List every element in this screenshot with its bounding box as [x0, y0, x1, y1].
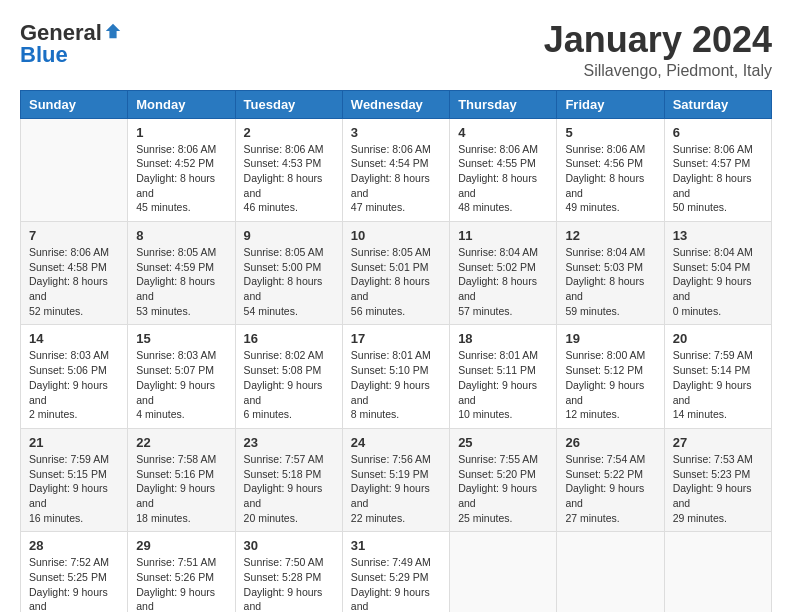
- day-number: 31: [351, 538, 441, 553]
- day-number: 24: [351, 435, 441, 450]
- day-number: 18: [458, 331, 548, 346]
- sunrise-time: Sunrise: 7:55 AM: [458, 453, 538, 465]
- day-info: Sunrise: 8:01 AMSunset: 5:11 PMDaylight:…: [458, 348, 548, 421]
- sunrise-time: Sunrise: 7:52 AM: [29, 556, 109, 568]
- day-info: Sunrise: 8:05 AMSunset: 5:01 PMDaylight:…: [351, 245, 441, 318]
- table-row: [557, 532, 664, 612]
- sunrise-time: Sunrise: 8:06 AM: [673, 143, 753, 155]
- sunrise-time: Sunrise: 8:04 AM: [673, 246, 753, 258]
- day-info: Sunrise: 8:05 AMSunset: 5:00 PMDaylight:…: [244, 245, 334, 318]
- sunrise-time: Sunrise: 8:06 AM: [458, 143, 538, 155]
- day-info: Sunrise: 7:49 AMSunset: 5:29 PMDaylight:…: [351, 555, 441, 612]
- sunset-time: Sunset: 4:52 PM: [136, 157, 214, 169]
- calendar-week-5: 28Sunrise: 7:52 AMSunset: 5:25 PMDayligh…: [21, 532, 772, 612]
- day-number: 27: [673, 435, 763, 450]
- day-info: Sunrise: 7:54 AMSunset: 5:22 PMDaylight:…: [565, 452, 655, 525]
- sunrise-time: Sunrise: 7:57 AM: [244, 453, 324, 465]
- day-info: Sunrise: 8:06 AMSunset: 4:58 PMDaylight:…: [29, 245, 119, 318]
- day-number: 4: [458, 125, 548, 140]
- day-number: 16: [244, 331, 334, 346]
- day-number: 10: [351, 228, 441, 243]
- table-row: 24Sunrise: 7:56 AMSunset: 5:19 PMDayligh…: [342, 428, 449, 531]
- sunset-time: Sunset: 5:28 PM: [244, 571, 322, 583]
- day-info: Sunrise: 8:04 AMSunset: 5:02 PMDaylight:…: [458, 245, 548, 318]
- day-info: Sunrise: 7:56 AMSunset: 5:19 PMDaylight:…: [351, 452, 441, 525]
- sunset-time: Sunset: 5:14 PM: [673, 364, 751, 376]
- sunset-time: Sunset: 4:55 PM: [458, 157, 536, 169]
- sunrise-time: Sunrise: 7:53 AM: [673, 453, 753, 465]
- sunset-time: Sunset: 4:57 PM: [673, 157, 751, 169]
- table-row: [21, 118, 128, 221]
- sunset-time: Sunset: 5:01 PM: [351, 261, 429, 273]
- day-number: 20: [673, 331, 763, 346]
- table-row: [450, 532, 557, 612]
- sunset-time: Sunset: 5:04 PM: [673, 261, 751, 273]
- table-row: 27Sunrise: 7:53 AMSunset: 5:23 PMDayligh…: [664, 428, 771, 531]
- day-info: Sunrise: 7:53 AMSunset: 5:23 PMDaylight:…: [673, 452, 763, 525]
- table-row: 16Sunrise: 8:02 AMSunset: 5:08 PMDayligh…: [235, 325, 342, 428]
- day-info: Sunrise: 7:58 AMSunset: 5:16 PMDaylight:…: [136, 452, 226, 525]
- sunrise-time: Sunrise: 8:05 AM: [244, 246, 324, 258]
- day-info: Sunrise: 7:59 AMSunset: 5:15 PMDaylight:…: [29, 452, 119, 525]
- sunrise-time: Sunrise: 8:03 AM: [136, 349, 216, 361]
- day-number: 14: [29, 331, 119, 346]
- day-number: 30: [244, 538, 334, 553]
- sunrise-time: Sunrise: 8:06 AM: [565, 143, 645, 155]
- sunrise-time: Sunrise: 8:05 AM: [136, 246, 216, 258]
- col-monday: Monday: [128, 90, 235, 118]
- table-row: 10Sunrise: 8:05 AMSunset: 5:01 PMDayligh…: [342, 222, 449, 325]
- sunrise-time: Sunrise: 7:59 AM: [673, 349, 753, 361]
- col-saturday: Saturday: [664, 90, 771, 118]
- table-row: 30Sunrise: 7:50 AMSunset: 5:28 PMDayligh…: [235, 532, 342, 612]
- day-number: 5: [565, 125, 655, 140]
- sunrise-time: Sunrise: 7:51 AM: [136, 556, 216, 568]
- day-info: Sunrise: 8:06 AMSunset: 4:57 PMDaylight:…: [673, 142, 763, 215]
- sunset-time: Sunset: 5:20 PM: [458, 468, 536, 480]
- day-number: 21: [29, 435, 119, 450]
- col-wednesday: Wednesday: [342, 90, 449, 118]
- table-row: 26Sunrise: 7:54 AMSunset: 5:22 PMDayligh…: [557, 428, 664, 531]
- table-row: 4Sunrise: 8:06 AMSunset: 4:55 PMDaylight…: [450, 118, 557, 221]
- day-info: Sunrise: 8:01 AMSunset: 5:10 PMDaylight:…: [351, 348, 441, 421]
- table-row: 7Sunrise: 8:06 AMSunset: 4:58 PMDaylight…: [21, 222, 128, 325]
- day-info: Sunrise: 8:02 AMSunset: 5:08 PMDaylight:…: [244, 348, 334, 421]
- calendar-week-4: 21Sunrise: 7:59 AMSunset: 5:15 PMDayligh…: [21, 428, 772, 531]
- table-row: 17Sunrise: 8:01 AMSunset: 5:10 PMDayligh…: [342, 325, 449, 428]
- day-number: 6: [673, 125, 763, 140]
- day-number: 12: [565, 228, 655, 243]
- table-row: 8Sunrise: 8:05 AMSunset: 4:59 PMDaylight…: [128, 222, 235, 325]
- sunrise-time: Sunrise: 8:05 AM: [351, 246, 431, 258]
- table-row: 18Sunrise: 8:01 AMSunset: 5:11 PMDayligh…: [450, 325, 557, 428]
- day-number: 25: [458, 435, 548, 450]
- sunrise-time: Sunrise: 7:56 AM: [351, 453, 431, 465]
- sunset-time: Sunset: 5:19 PM: [351, 468, 429, 480]
- sunset-time: Sunset: 5:18 PM: [244, 468, 322, 480]
- day-info: Sunrise: 7:52 AMSunset: 5:25 PMDaylight:…: [29, 555, 119, 612]
- day-number: 3: [351, 125, 441, 140]
- day-number: 9: [244, 228, 334, 243]
- sunrise-time: Sunrise: 8:00 AM: [565, 349, 645, 361]
- logo-blue-text: Blue: [20, 42, 68, 68]
- sunset-time: Sunset: 5:16 PM: [136, 468, 214, 480]
- table-row: 19Sunrise: 8:00 AMSunset: 5:12 PMDayligh…: [557, 325, 664, 428]
- sunset-time: Sunset: 5:23 PM: [673, 468, 751, 480]
- day-info: Sunrise: 7:51 AMSunset: 5:26 PMDaylight:…: [136, 555, 226, 612]
- day-number: 19: [565, 331, 655, 346]
- sunset-time: Sunset: 5:29 PM: [351, 571, 429, 583]
- day-number: 1: [136, 125, 226, 140]
- day-number: 13: [673, 228, 763, 243]
- table-row: 15Sunrise: 8:03 AMSunset: 5:07 PMDayligh…: [128, 325, 235, 428]
- sunrise-time: Sunrise: 7:59 AM: [29, 453, 109, 465]
- sunset-time: Sunset: 5:00 PM: [244, 261, 322, 273]
- table-row: 9Sunrise: 8:05 AMSunset: 5:00 PMDaylight…: [235, 222, 342, 325]
- day-info: Sunrise: 8:00 AMSunset: 5:12 PMDaylight:…: [565, 348, 655, 421]
- day-info: Sunrise: 8:04 AMSunset: 5:03 PMDaylight:…: [565, 245, 655, 318]
- day-number: 29: [136, 538, 226, 553]
- calendar-week-2: 7Sunrise: 8:06 AMSunset: 4:58 PMDaylight…: [21, 222, 772, 325]
- sunrise-time: Sunrise: 8:01 AM: [351, 349, 431, 361]
- col-thursday: Thursday: [450, 90, 557, 118]
- sunset-time: Sunset: 5:22 PM: [565, 468, 643, 480]
- table-row: 28Sunrise: 7:52 AMSunset: 5:25 PMDayligh…: [21, 532, 128, 612]
- sunset-time: Sunset: 5:15 PM: [29, 468, 107, 480]
- day-info: Sunrise: 7:59 AMSunset: 5:14 PMDaylight:…: [673, 348, 763, 421]
